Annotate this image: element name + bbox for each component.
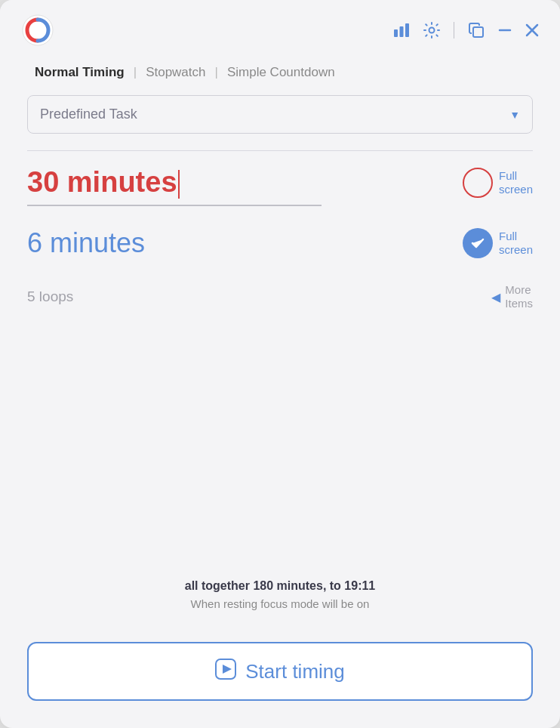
gear-icon[interactable] bbox=[423, 22, 440, 39]
svg-marker-10 bbox=[223, 665, 232, 674]
start-timing-label: Start timing bbox=[245, 660, 345, 683]
svg-rect-3 bbox=[405, 23, 409, 37]
timer-value-6min[interactable]: 6 minutes bbox=[27, 227, 145, 259]
app-logo bbox=[21, 14, 54, 47]
chart-icon[interactable] bbox=[393, 22, 410, 39]
nav-tabs: Normal Timing | Stopwatch | Simple Count… bbox=[0, 54, 560, 88]
fullscreen-control-secondary: Fullscreen bbox=[463, 228, 533, 258]
fullscreen-toggle-filled[interactable] bbox=[463, 228, 493, 258]
title-bar-left bbox=[21, 14, 54, 47]
timer-row-secondary: 6 minutes Fullscreen bbox=[27, 227, 533, 259]
svg-rect-2 bbox=[400, 26, 404, 37]
dropdown-arrow-icon: ▼ bbox=[509, 109, 520, 121]
start-timing-button[interactable]: Start timing bbox=[27, 642, 533, 701]
svg-rect-1 bbox=[394, 29, 398, 37]
tab-simple-countdown[interactable]: Simple Countdown bbox=[220, 65, 343, 80]
summary-light-text: When resting focus mode will be on bbox=[27, 597, 533, 610]
tab-normal-timing[interactable]: Normal Timing bbox=[27, 65, 132, 80]
svg-point-4 bbox=[429, 28, 435, 33]
app-window: Normal Timing | Stopwatch | Simple Count… bbox=[0, 0, 560, 728]
summary-bold-text: all together 180 minutes, to 19:11 bbox=[27, 579, 533, 593]
more-items-control: ◀ MoreItems bbox=[491, 283, 533, 310]
fullscreen-label-secondary: Fullscreen bbox=[499, 230, 533, 257]
fullscreen-label-primary: Fullscreen bbox=[499, 169, 533, 196]
title-bar-divider bbox=[454, 22, 454, 39]
nav-sep-2: | bbox=[215, 65, 218, 80]
tab-stopwatch[interactable]: Stopwatch bbox=[138, 65, 213, 80]
timer-row-primary: 30 minutes Fullscreen bbox=[27, 166, 533, 199]
more-items-label: MoreItems bbox=[505, 283, 533, 310]
timer-underline bbox=[27, 205, 322, 206]
minimize-button[interactable] bbox=[498, 23, 512, 37]
play-icon bbox=[215, 659, 236, 684]
main-content: Predefined Task ▼ 30 minutes Fullscreen … bbox=[0, 88, 560, 625]
nav-sep-1: | bbox=[134, 65, 137, 80]
svg-rect-5 bbox=[473, 27, 483, 37]
timer-value-30min[interactable]: 30 minutes bbox=[27, 166, 180, 199]
section-separator bbox=[27, 150, 533, 151]
close-button[interactable] bbox=[525, 23, 539, 37]
summary-area: all together 180 minutes, to 19:11 When … bbox=[27, 549, 533, 610]
loops-value[interactable]: 5 loops bbox=[27, 288, 73, 305]
fullscreen-control-primary: Fullscreen bbox=[463, 168, 533, 198]
title-bar-right bbox=[393, 22, 539, 39]
fullscreen-toggle-empty[interactable] bbox=[463, 168, 493, 198]
chevron-left-icon[interactable]: ◀ bbox=[491, 290, 500, 304]
loops-row: 5 loops ◀ MoreItems bbox=[27, 283, 533, 310]
predefined-task-dropdown[interactable]: Predefined Task ▼ bbox=[27, 95, 533, 134]
copy-icon[interactable] bbox=[468, 22, 485, 39]
predefined-task-label: Predefined Task bbox=[40, 106, 137, 122]
title-bar bbox=[0, 0, 560, 54]
